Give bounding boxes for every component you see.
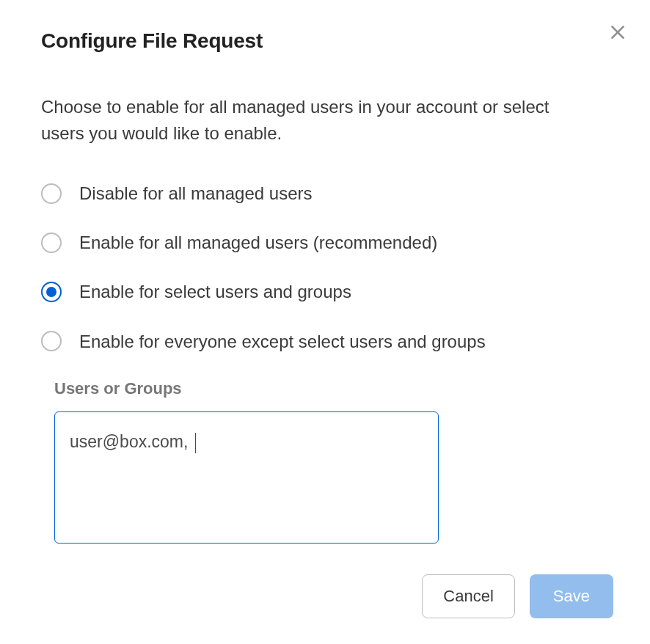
- radio-label: Enable for everyone except select users …: [79, 330, 486, 353]
- button-row: Cancel Save: [41, 574, 613, 618]
- radio-label: Enable for all managed users (recommende…: [79, 231, 437, 254]
- users-or-groups-section: Users or Groups user@box.com,: [54, 379, 609, 544]
- configure-file-request-dialog: Configure File Request Choose to enable …: [0, 0, 650, 644]
- radio-enable-select[interactable]: Enable for select users and groups: [41, 280, 609, 303]
- radio-icon-selected: [41, 282, 62, 302]
- radio-icon: [41, 183, 62, 204]
- dialog-description: Choose to enable for all managed users i…: [41, 94, 584, 147]
- users-or-groups-value: user@box.com,: [70, 432, 193, 451]
- radio-enable-all[interactable]: Enable for all managed users (recommende…: [41, 231, 609, 254]
- radio-icon: [41, 331, 62, 351]
- radio-icon: [41, 233, 62, 253]
- users-or-groups-input[interactable]: user@box.com,: [54, 411, 439, 544]
- radio-label: Disable for all managed users: [79, 182, 313, 205]
- text-caret: [195, 433, 197, 453]
- users-or-groups-label: Users or Groups: [54, 379, 609, 398]
- radio-group: Disable for all managed users Enable for…: [41, 182, 609, 353]
- save-button[interactable]: Save: [530, 574, 613, 618]
- dialog-title: Configure File Request: [41, 29, 609, 53]
- radio-label: Enable for select users and groups: [79, 280, 351, 303]
- radio-enable-except[interactable]: Enable for everyone except select users …: [41, 330, 609, 353]
- radio-disable-all[interactable]: Disable for all managed users: [41, 182, 609, 205]
- close-icon[interactable]: [606, 21, 629, 44]
- cancel-button[interactable]: Cancel: [422, 574, 514, 618]
